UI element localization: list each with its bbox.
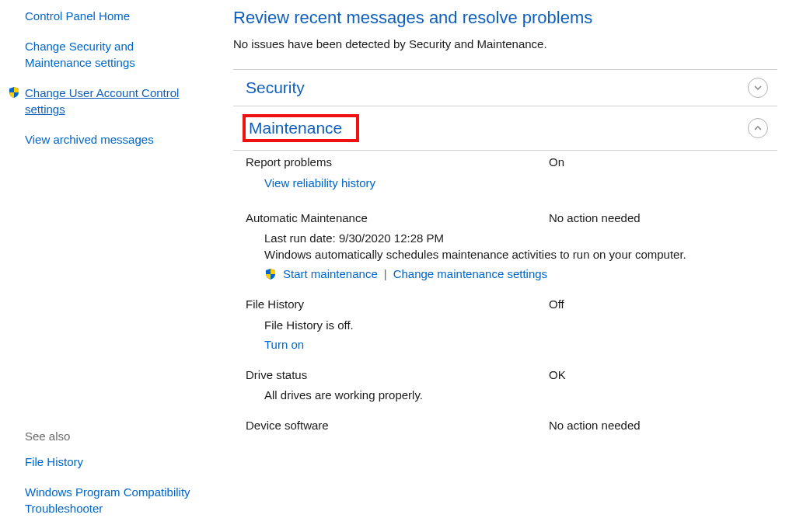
shield-icon [264,268,277,280]
security-section-header[interactable]: Security [233,70,777,106]
view-reliability-history-link[interactable]: View reliability history [264,176,375,190]
chevron-up-icon [748,118,768,138]
shield-icon [8,86,20,99]
page-title: Review recent messages and resolve probl… [233,8,777,28]
see-also-heading: See also [25,429,202,443]
start-maintenance-link[interactable]: Start maintenance [283,267,378,280]
control-panel-home-link[interactable]: Control Panel Home [25,9,130,23]
file-history-value: Off [549,296,564,314]
separator: | [384,267,387,280]
maintenance-section-title: Maintenance [249,119,342,137]
security-section-title: Security [246,78,305,97]
report-problems-value: On [549,154,564,172]
auto-maintenance-value: No action needed [549,210,641,228]
view-archived-link[interactable]: View archived messages [25,133,154,146]
drive-status-label: Drive status [246,367,549,384]
page-subtitle: No issues have been detected by Security… [233,37,777,50]
change-security-link[interactable]: Change Security and Maintenance settings [25,40,135,69]
file-history-label: File History [246,296,549,314]
chevron-down-icon [748,78,768,98]
compat-troubleshooter-link[interactable]: Windows Program Compatibility Troublesho… [25,485,190,515]
device-software-label: Device software [246,417,549,435]
report-problems-label: Report problems [246,154,549,172]
auto-maintenance-label: Automatic Maintenance [246,210,549,228]
maintenance-section-header[interactable]: Maintenance [233,106,777,150]
device-software-value: No action needed [549,417,641,435]
drive-status-desc: All drives are working properly. [246,388,777,402]
turn-on-file-history-link[interactable]: Turn on [264,338,304,351]
auto-maintenance-desc: Windows automatically schedules maintena… [246,248,777,261]
auto-maintenance-last-run: Last run date: 9/30/2020 12:28 PM [246,231,777,245]
drive-status-value: OK [549,367,566,384]
change-maintenance-settings-link[interactable]: Change maintenance settings [393,267,547,280]
file-history-status: File History is off. [246,318,777,332]
change-uac-link[interactable]: Change User Account Control settings [25,86,179,116]
file-history-link[interactable]: File History [25,455,83,468]
maintenance-highlight: Maintenance [243,114,359,142]
